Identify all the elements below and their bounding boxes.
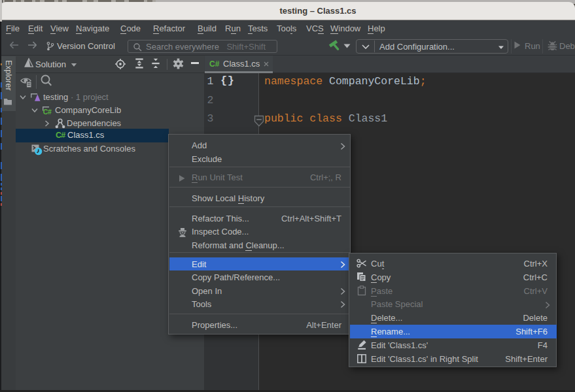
svg-text:C#: C# [43,108,52,116]
